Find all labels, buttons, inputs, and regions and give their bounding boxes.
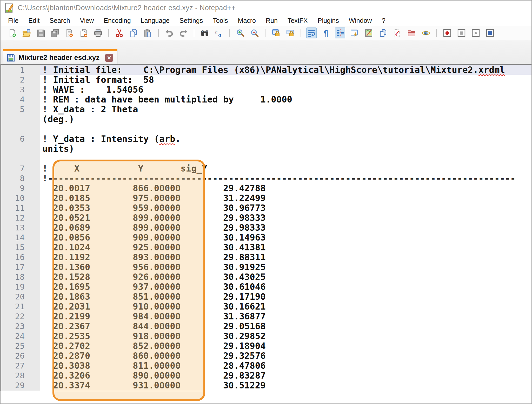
plugin-flash-button[interactable]: F bbox=[392, 28, 402, 38]
undo-button[interactable] bbox=[164, 28, 174, 38]
menu-item-window[interactable]: Window bbox=[344, 17, 377, 24]
line-number: 27 bbox=[1, 361, 40, 371]
menu-item-plugins[interactable]: Plugins bbox=[313, 17, 344, 24]
menu-item-encoding[interactable]: Encoding bbox=[99, 17, 136, 24]
menu-item-view[interactable]: View bbox=[75, 17, 99, 24]
function-list-button[interactable] bbox=[349, 28, 359, 38]
editor-row[interactable]: 2! Initial format: 58 bbox=[1, 75, 531, 85]
indent-guide-button[interactable] bbox=[335, 28, 345, 38]
code-text: 20.2535 918.00000 30.29852 bbox=[40, 331, 531, 341]
replace-button[interactable]: ha bbox=[214, 28, 224, 38]
toolbar-separator bbox=[229, 29, 230, 37]
menu-item-language[interactable]: Language bbox=[136, 17, 175, 24]
macro-stop-button[interactable] bbox=[456, 28, 466, 38]
editor-row[interactable]: 1! Initial file: C:\Program Files (x86)\… bbox=[1, 65, 531, 75]
editor-row[interactable]: 3! WAVE : 1.54056 bbox=[1, 85, 531, 94]
editor[interactable]: 1! Initial file: C:\Program Files (x86)\… bbox=[1, 65, 531, 391]
editor-row[interactable]: 20 20.1863 851.00000 29.17190 bbox=[1, 292, 531, 302]
editor-row[interactable]: 15 20.1024 925.00000 30.41381 bbox=[1, 242, 531, 252]
macro-record-button[interactable] bbox=[442, 28, 452, 38]
paste-icon bbox=[144, 29, 152, 37]
line-number: 2 bbox=[1, 75, 40, 85]
editor-row[interactable]: 17 20.1360 956.00000 30.91925 bbox=[1, 262, 531, 272]
doc-switcher-button[interactable] bbox=[378, 28, 388, 38]
sync-horizontal-button[interactable] bbox=[285, 28, 295, 38]
menu-item-run[interactable]: Run bbox=[261, 17, 283, 24]
editor-row[interactable]: 25 20.2702 852.00000 29.18904 bbox=[1, 341, 531, 351]
save-all-button[interactable] bbox=[50, 28, 60, 38]
monitoring-button[interactable] bbox=[421, 28, 431, 38]
redo-button[interactable] bbox=[178, 28, 188, 38]
zoom-out-button[interactable] bbox=[250, 28, 260, 38]
editor-row[interactable] bbox=[1, 124, 531, 134]
editor-row[interactable] bbox=[1, 154, 531, 163]
title-bar[interactable]: C:\Users\jblanton\Downloads\Mixture2 hea… bbox=[1, 1, 531, 15]
menu-item-search[interactable]: Search bbox=[44, 17, 75, 24]
editor-rows: 1! Initial file: C:\Program Files (x86)\… bbox=[1, 65, 531, 390]
macro-save-button[interactable] bbox=[485, 28, 495, 38]
cut-button[interactable] bbox=[114, 28, 124, 38]
word-wrap-button[interactable] bbox=[307, 28, 316, 38]
editor-row[interactable]: 9 20.0017 866.00000 29.42788 bbox=[1, 183, 531, 193]
code-text: ! Initial format: 58 bbox=[40, 75, 531, 85]
new-file-button[interactable] bbox=[7, 28, 17, 38]
code-text: 20.1695 937.00000 30.61046 bbox=[40, 282, 531, 292]
bottom-strip bbox=[1, 391, 531, 403]
zoom-in-button[interactable] bbox=[235, 28, 245, 38]
editor-row[interactable]: 22 20.2199 984.00000 31.36877 bbox=[1, 311, 531, 321]
editor-row[interactable]: 29 20.3374 931.00000 30.51229 bbox=[1, 380, 531, 390]
editor-row[interactable]: 27 20.3038 811.00000 28.47806 bbox=[1, 361, 531, 371]
line-number: 15 bbox=[1, 242, 40, 252]
find-button[interactable] bbox=[200, 28, 210, 38]
menu-item-settings[interactable]: Settings bbox=[175, 17, 208, 24]
editor-row[interactable]: 19 20.1695 937.00000 30.61046 bbox=[1, 282, 531, 292]
editor-row[interactable]: 4! REM : data have been multiplied by 1.… bbox=[1, 94, 531, 104]
sync-vertical-button[interactable] bbox=[271, 28, 281, 38]
close-file-button[interactable] bbox=[64, 28, 74, 38]
code-text: 20.1528 926.00000 30.43025 bbox=[40, 272, 531, 282]
editor-row[interactable]: 13 20.0689 899.00000 29.98333 bbox=[1, 223, 531, 232]
editor-row[interactable]: 23 20.2367 844.00000 29.05168 bbox=[1, 321, 531, 331]
editor-row[interactable]: 7! X Y sig_Y bbox=[1, 163, 531, 173]
notepadpp-app-icon bbox=[5, 2, 14, 13]
menu-item-macro[interactable]: Macro bbox=[233, 17, 261, 24]
editor-row[interactable]: 24 20.2535 918.00000 30.29852 bbox=[1, 331, 531, 341]
toolbar-separator bbox=[436, 29, 437, 37]
menu-item-textfx[interactable]: TextFX bbox=[283, 17, 313, 24]
copy-button[interactable] bbox=[129, 28, 138, 38]
tab-mixture2[interactable]: Mixture2 header esd.xyz ✕ bbox=[3, 49, 117, 64]
editor-row[interactable]: 21 20.2031 910.00000 30.16621 bbox=[1, 302, 531, 311]
open-file-button[interactable] bbox=[22, 28, 31, 38]
menu-item-file[interactable]: File bbox=[3, 17, 23, 24]
editor-row[interactable]: 11 20.0353 959.00000 30.96773 bbox=[1, 203, 531, 213]
editor-row[interactable]: (deg.) bbox=[1, 114, 531, 124]
editor-row[interactable]: 18 20.1528 926.00000 30.43025 bbox=[1, 272, 531, 282]
menu-item-edit[interactable]: Edit bbox=[23, 17, 44, 24]
menu-item-help[interactable]: ? bbox=[377, 17, 390, 24]
editor-row[interactable]: 12 20.0521 899.00000 29.98333 bbox=[1, 213, 531, 223]
show-all-characters-button[interactable]: ¶ bbox=[321, 28, 331, 38]
close-all-button[interactable] bbox=[79, 28, 89, 38]
save-button[interactable] bbox=[36, 28, 46, 38]
tab-close-button[interactable]: ✕ bbox=[105, 54, 113, 62]
menu-item-tools[interactable]: Tools bbox=[208, 17, 233, 24]
toolbar-separator bbox=[194, 29, 194, 37]
document-map-icon bbox=[364, 29, 373, 37]
editor-row[interactable]: 28 20.3206 890.00000 29.83287 bbox=[1, 371, 531, 380]
editor-row[interactable]: units) bbox=[1, 144, 531, 154]
editor-row[interactable]: 14 20.0856 909.00000 30.14963 bbox=[1, 232, 531, 242]
editor-row[interactable]: 8!--------------------------------------… bbox=[1, 173, 531, 183]
editor-row[interactable]: 16 20.1192 893.00000 29.88311 bbox=[1, 252, 531, 262]
print-button[interactable] bbox=[93, 28, 103, 38]
macro-play-button[interactable] bbox=[471, 28, 481, 38]
editor-row[interactable]: 6! Y_data : Intensity (arb. bbox=[1, 134, 531, 144]
folder-workspace-button[interactable] bbox=[407, 28, 416, 38]
paste-button[interactable] bbox=[143, 28, 153, 38]
editor-row[interactable]: 26 20.2870 860.00000 29.32576 bbox=[1, 351, 531, 361]
editor-row[interactable]: 10 20.0185 975.00000 31.22499 bbox=[1, 193, 531, 203]
editor-row[interactable]: 5! X_data : 2 Theta bbox=[1, 104, 531, 114]
code-text: 20.0689 899.00000 29.98333 bbox=[40, 223, 531, 232]
document-map-button[interactable] bbox=[364, 28, 374, 38]
doc-switcher-icon bbox=[379, 29, 387, 37]
saved-file-icon bbox=[6, 53, 15, 62]
